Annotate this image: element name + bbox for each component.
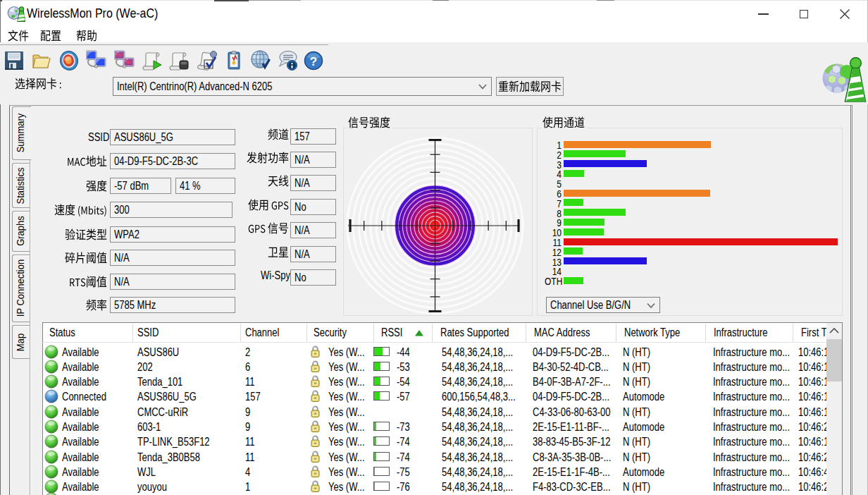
svg-text:?: ? [309, 55, 316, 68]
